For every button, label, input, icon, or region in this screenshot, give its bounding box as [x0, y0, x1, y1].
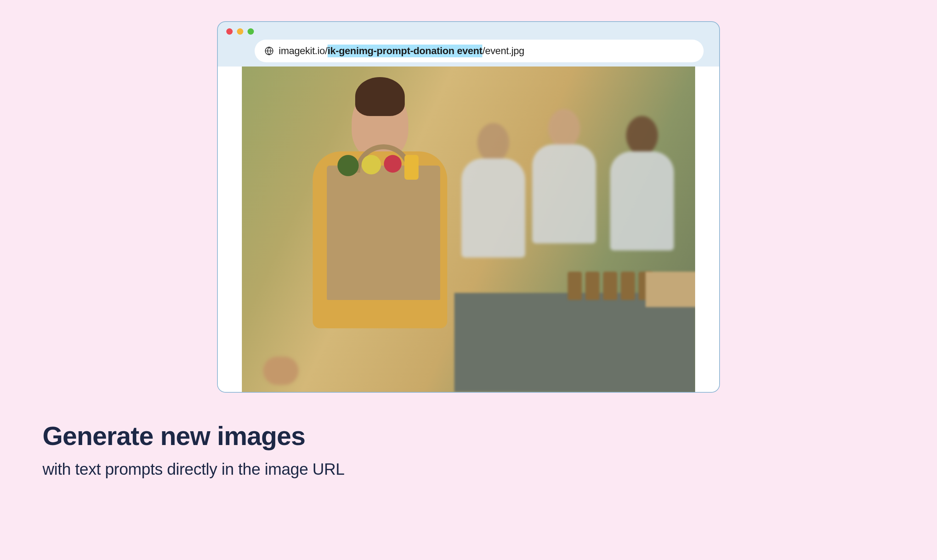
- maximize-window-button[interactable]: [247, 28, 254, 35]
- jars: [568, 272, 653, 300]
- hero-headline: Generate new images: [43, 421, 305, 451]
- browser-viewport: [218, 66, 719, 392]
- ground-items: [242, 342, 341, 392]
- hero-subheadline: with text prompts directly in the image …: [43, 460, 344, 478]
- url-filename: event.jpg: [485, 45, 525, 57]
- cardboard-box: [645, 272, 695, 307]
- url-text: imagekit.io/ik-genimg-prompt-donation ev…: [279, 45, 525, 57]
- window-header: imagekit.io/ik-genimg-prompt-donation ev…: [218, 22, 719, 66]
- traffic-lights: [226, 28, 711, 35]
- generated-image: [242, 66, 695, 392]
- url-domain: imagekit.io/: [279, 45, 327, 57]
- url-slash: /: [482, 45, 485, 57]
- browser-window-mockup: imagekit.io/ik-genimg-prompt-donation ev…: [217, 21, 720, 393]
- donation-table: [454, 293, 695, 392]
- close-window-button[interactable]: [226, 28, 233, 35]
- minimize-window-button[interactable]: [237, 28, 243, 35]
- grocery-bag: [327, 166, 440, 300]
- globe-icon: [264, 46, 274, 55]
- url-prompt-segment: ik-genimg-prompt-donation event: [327, 45, 482, 57]
- url-bar[interactable]: imagekit.io/ik-genimg-prompt-donation ev…: [255, 40, 704, 62]
